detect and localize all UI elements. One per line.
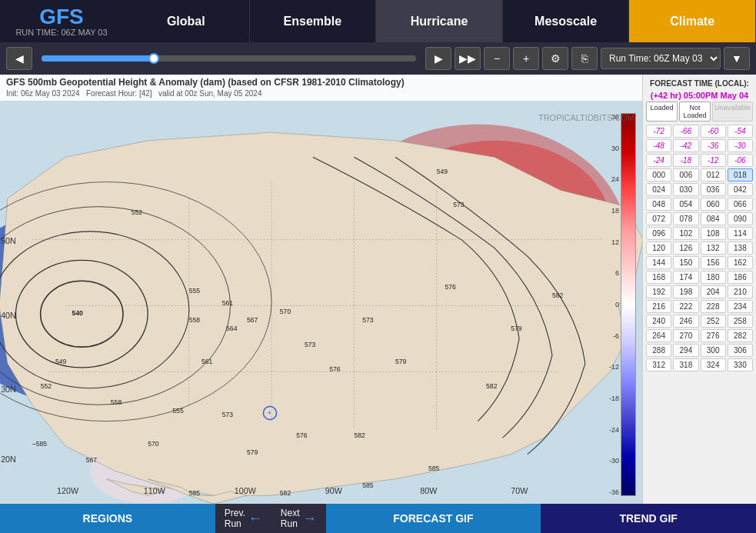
- next-run-text: Next: [281, 508, 300, 518]
- time-cell-270[interactable]: 270: [673, 329, 698, 342]
- time-cell--54[interactable]: -54: [728, 125, 753, 138]
- time-cell-198[interactable]: 198: [673, 285, 698, 298]
- time-cell-018[interactable]: 018: [728, 168, 753, 182]
- time-cell-000[interactable]: 000: [646, 168, 671, 182]
- prev-run-area[interactable]: Prev. Run ←: [215, 508, 271, 529]
- not-loaded-button[interactable]: Not Loaded: [679, 102, 711, 122]
- time-cell-234[interactable]: 234: [728, 300, 753, 313]
- time-cell-300[interactable]: 300: [701, 344, 726, 357]
- svg-text:90W: 90W: [325, 486, 343, 495]
- prev-button[interactable]: ◀: [6, 47, 32, 70]
- time-cell--42[interactable]: -42: [673, 139, 698, 152]
- next-button[interactable]: ▶▶: [455, 47, 481, 70]
- time-cell-132[interactable]: 132: [701, 242, 726, 255]
- next-run-arrow-icon: →: [303, 511, 317, 527]
- dropdown-button[interactable]: ▼: [724, 47, 750, 70]
- time-cell-174[interactable]: 174: [673, 271, 698, 284]
- scale-neg12: -12: [609, 363, 619, 371]
- time-cell-330[interactable]: 330: [728, 358, 753, 371]
- time-cell-156[interactable]: 156: [701, 256, 726, 269]
- time-cell-036[interactable]: 036: [701, 183, 726, 196]
- time-cell--18[interactable]: -18: [673, 154, 698, 167]
- svg-text:585: 585: [428, 465, 440, 472]
- time-cell-012[interactable]: 012: [701, 168, 726, 182]
- time-cell-066[interactable]: 066: [728, 198, 753, 211]
- time-cell-306[interactable]: 306: [728, 344, 753, 357]
- time-cell-030[interactable]: 030: [673, 183, 698, 196]
- time-cell-288[interactable]: 288: [646, 344, 671, 357]
- time-cell--72[interactable]: -72: [646, 125, 671, 138]
- plus-button[interactable]: +: [513, 47, 539, 70]
- time-cell-006[interactable]: 006: [673, 168, 698, 182]
- time-cell-312[interactable]: 312: [646, 358, 671, 371]
- time-cell-294[interactable]: 294: [673, 344, 698, 357]
- time-cell--24[interactable]: -24: [646, 154, 671, 167]
- time-cell-120[interactable]: 120: [646, 242, 671, 255]
- time-cell--66[interactable]: -66: [673, 125, 698, 138]
- time-cell--30[interactable]: -30: [728, 139, 753, 152]
- time-cell-054[interactable]: 054: [673, 198, 698, 211]
- time-cell-228[interactable]: 228: [701, 300, 726, 313]
- time-cell-240[interactable]: 240: [646, 315, 671, 328]
- time-cell--06[interactable]: -06: [728, 154, 753, 167]
- time-cell-324[interactable]: 324: [701, 358, 726, 371]
- time-cell-150[interactable]: 150: [673, 256, 698, 269]
- progress-bar[interactable]: [42, 55, 416, 62]
- time-cell-042[interactable]: 042: [728, 183, 753, 196]
- time-cell-048[interactable]: 048: [646, 198, 671, 211]
- time-cell-072[interactable]: 072: [646, 212, 671, 225]
- logo-gfs: GFS: [6, 6, 117, 28]
- keyboard-button[interactable]: ⎘: [571, 47, 598, 70]
- time-cell-222[interactable]: 222: [673, 300, 698, 313]
- tab-climate[interactable]: Climate: [629, 0, 756, 42]
- time-cell-084[interactable]: 084: [701, 212, 726, 225]
- time-cell-078[interactable]: 078: [673, 212, 698, 225]
- trend-gif-button[interactable]: TREND GIF: [541, 504, 756, 533]
- time-cell-282[interactable]: 282: [728, 329, 753, 342]
- time-cell-210[interactable]: 210: [728, 285, 753, 298]
- tab-global[interactable]: Global: [123, 0, 250, 42]
- forecast-gif-button[interactable]: FORECAST GIF: [326, 504, 541, 533]
- tab-hurricane[interactable]: Hurricane: [376, 0, 503, 42]
- regions-button[interactable]: REGIONS: [0, 504, 215, 533]
- time-cell-192[interactable]: 192: [646, 285, 671, 298]
- time-cell-168[interactable]: 168: [646, 271, 671, 284]
- time-cell-024[interactable]: 024: [646, 183, 671, 196]
- time-cell-090[interactable]: 090: [728, 212, 753, 225]
- time-cell--48[interactable]: -48: [646, 139, 671, 152]
- progress-thumb[interactable]: [148, 53, 159, 64]
- next-run-sub: Run: [281, 518, 300, 529]
- run-time-select[interactable]: Run Time: 06Z May 03: [601, 48, 721, 69]
- time-cell-138[interactable]: 138: [728, 242, 753, 255]
- play-button[interactable]: ▶: [425, 47, 451, 70]
- tab-mesoscale[interactable]: Mesoscale: [503, 0, 630, 42]
- time-cell-276[interactable]: 276: [701, 329, 726, 342]
- time-cell-252[interactable]: 252: [701, 315, 726, 328]
- svg-text:80W: 80W: [420, 486, 438, 495]
- time-cell-126[interactable]: 126: [673, 242, 698, 255]
- time-cell-108[interactable]: 108: [701, 227, 726, 240]
- minus-button[interactable]: −: [484, 47, 510, 70]
- unavailable-button[interactable]: Unavailable: [712, 102, 753, 122]
- time-cell-102[interactable]: 102: [673, 227, 698, 240]
- next-run-area[interactable]: Next Run →: [271, 508, 326, 529]
- time-cell-216[interactable]: 216: [646, 300, 671, 313]
- tab-ensemble[interactable]: Ensemble: [250, 0, 377, 42]
- time-cell-264[interactable]: 264: [646, 329, 671, 342]
- time-cell-204[interactable]: 204: [701, 285, 726, 298]
- time-cell-060[interactable]: 060: [701, 198, 726, 211]
- loaded-button[interactable]: Loaded: [646, 102, 678, 122]
- time-cell-180[interactable]: 180: [701, 271, 726, 284]
- time-cell--36[interactable]: -36: [701, 139, 726, 152]
- time-cell-114[interactable]: 114: [728, 227, 753, 240]
- time-cell-246[interactable]: 246: [673, 315, 698, 328]
- settings-button[interactable]: ⚙: [542, 47, 568, 70]
- time-cell-144[interactable]: 144: [646, 256, 671, 269]
- time-cell--60[interactable]: -60: [701, 125, 726, 138]
- time-cell-318[interactable]: 318: [673, 358, 698, 371]
- time-cell-258[interactable]: 258: [728, 315, 753, 328]
- time-cell-186[interactable]: 186: [728, 271, 753, 284]
- time-cell--12[interactable]: -12: [701, 154, 726, 167]
- time-cell-162[interactable]: 162: [728, 256, 753, 269]
- time-cell-096[interactable]: 096: [646, 227, 671, 240]
